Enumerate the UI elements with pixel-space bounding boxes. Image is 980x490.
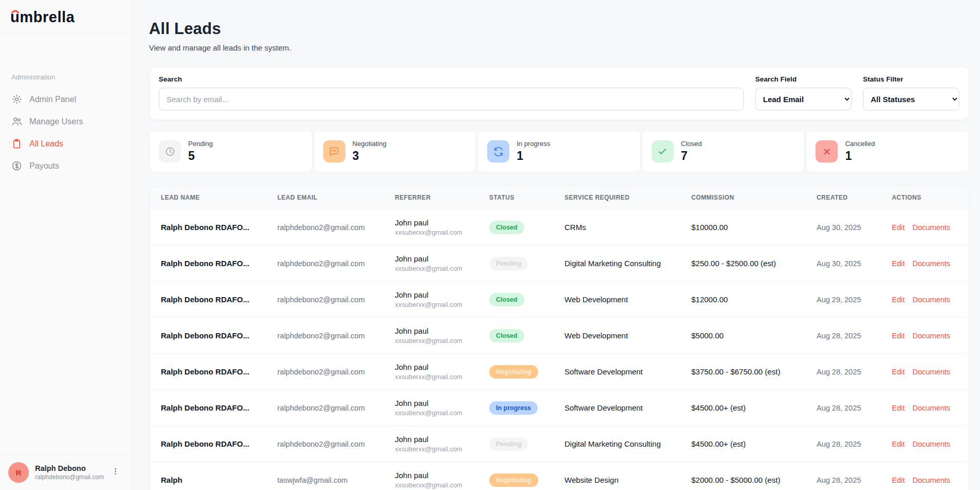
user-email: ralphdebono@gmail.com	[35, 473, 102, 481]
service-required: Software Development	[564, 403, 691, 412]
gear-icon	[11, 94, 22, 105]
documents-link[interactable]: Documents	[912, 223, 950, 232]
documents-link[interactable]: Documents	[912, 332, 950, 340]
created-date: Aug 29, 2025	[817, 296, 892, 304]
referrer-cell: John paul xxsuberxx@gmail.com	[395, 435, 489, 453]
lead-email: ralphdebono2@gmail.com	[277, 223, 395, 232]
table-row: Ralph Debono RDAFO... ralphdebono2@gmail…	[150, 281, 969, 317]
edit-link[interactable]: Edit	[892, 404, 905, 412]
clipboard-icon	[11, 138, 22, 149]
stat-label: Cancelled	[845, 140, 875, 148]
lead-email: ralphdebono2@gmail.com	[277, 332, 395, 340]
sidebar-item-admin-panel[interactable]: Admin Panel	[0, 88, 131, 110]
status-filter-group: Status Filter All Statuses	[863, 75, 959, 110]
search-group: Search	[159, 75, 744, 110]
referrer-name: John paul	[395, 254, 483, 263]
edit-link[interactable]: Edit	[892, 368, 905, 376]
sidebar-user-card[interactable]: R Ralph Debono ralphdebono@gmail.com	[0, 454, 131, 490]
documents-link[interactable]: Documents	[912, 440, 950, 448]
search-field-group: Search Field Lead Email	[755, 75, 852, 110]
referrer-cell: John paul xxsuberxx@gmail.com	[395, 471, 489, 489]
column-header-referrer: REFERRER	[395, 194, 489, 201]
table-row: Ralph Debono RDAFO... ralphdebono2@gmail…	[150, 317, 969, 353]
search-field-label: Search Field	[755, 75, 852, 83]
table-row: Ralph Debono RDAFO... ralphdebono2@gmail…	[150, 389, 969, 426]
referrer-name: John paul	[395, 435, 483, 444]
edit-link[interactable]: Edit	[892, 476, 905, 484]
referrer-cell: John paul xxsuberxx@gmail.com	[395, 254, 489, 272]
edit-link[interactable]: Edit	[892, 223, 905, 232]
status-badge: Closed	[489, 293, 524, 306]
status-cell: Closed	[489, 329, 564, 342]
status-cell: Negotiating	[489, 365, 564, 379]
service-required: CRMs	[564, 223, 691, 232]
sidebar-item-label: Manage Users	[29, 117, 83, 126]
status-filter-select[interactable]: All Statuses	[863, 88, 959, 110]
documents-link[interactable]: Documents	[912, 404, 950, 412]
edit-link[interactable]: Edit	[892, 259, 905, 268]
referrer-name: John paul	[395, 471, 483, 480]
lead-name: Ralph Debono RDAFO...	[161, 259, 277, 268]
created-date: Aug 28, 2025	[817, 368, 892, 376]
commission: $2000.00 - $5000.00 (est)	[691, 476, 817, 484]
lead-email: ralphdebono2@gmail.com	[277, 440, 395, 448]
status-cell: Negotiating	[489, 473, 564, 487]
status-summary-row: Pending 5 Negotiating 3 In progress 1	[149, 130, 969, 172]
column-header-created: CREATED	[817, 194, 892, 201]
commission: $4500.00+ (est)	[691, 439, 817, 448]
table-row: Ralph Debono RDAFO... ralphdebono2@gmail…	[150, 209, 969, 245]
status-badge: Pending	[489, 257, 528, 270]
service-required: Web Development	[564, 295, 691, 304]
search-input[interactable]	[159, 88, 744, 110]
referrer-email: xxsuberxx@gmail.com	[395, 301, 483, 308]
lead-name: Ralph Debono RDAFO...	[161, 295, 277, 304]
commission: $12000.00	[691, 295, 817, 304]
status-badge: Pending	[489, 437, 528, 451]
edit-link[interactable]: Edit	[892, 296, 905, 304]
status-badge: Negotiating	[489, 365, 538, 379]
brand-logo[interactable]: umbrella	[0, 0, 131, 34]
column-header-lead-name: LEAD NAME	[161, 194, 277, 201]
search-field-select[interactable]: Lead Email	[755, 88, 852, 110]
stat-card-closed: Closed 7	[642, 130, 805, 172]
created-date: Aug 30, 2025	[817, 259, 892, 268]
referrer-name: John paul	[395, 399, 483, 407]
status-badge: In progress	[489, 401, 538, 415]
kebab-menu-icon[interactable]	[108, 465, 123, 480]
dollar-circle-icon	[11, 160, 22, 171]
referrer-cell: John paul xxsuberxx@gmail.com	[395, 326, 489, 345]
documents-link[interactable]: Documents	[912, 296, 950, 304]
table-row: Ralph taswjwfa@gmail.com John paul xxsub…	[150, 462, 969, 490]
commission: $250.00 - $2500.00 (est)	[691, 259, 817, 268]
column-header-service-required: SERVICE REQUIRED	[564, 194, 691, 201]
referrer-name: John paul	[395, 363, 483, 371]
actions-cell: Edit Documents	[892, 404, 957, 412]
service-required: Digital Marketing Consulting	[564, 259, 691, 268]
table-header-row: LEAD NAME LEAD EMAIL REFERRER STATUS SER…	[150, 186, 969, 209]
actions-cell: Edit Documents	[892, 440, 957, 448]
sidebar-item-label: Admin Panel	[29, 95, 76, 104]
check-icon	[652, 140, 674, 162]
edit-link[interactable]: Edit	[892, 440, 905, 448]
documents-link[interactable]: Documents	[912, 259, 950, 268]
status-cell: Closed	[489, 221, 564, 234]
table-row: Ralph Debono RDAFO... ralphdebono2@gmail…	[150, 245, 969, 281]
referrer-name: John paul	[395, 290, 483, 299]
sidebar-item-all-leads[interactable]: All Leads	[0, 133, 131, 155]
documents-link[interactable]: Documents	[912, 476, 950, 484]
edit-link[interactable]: Edit	[892, 332, 905, 340]
sidebar-item-manage-users[interactable]: Manage Users	[0, 110, 131, 133]
actions-cell: Edit Documents	[892, 476, 957, 484]
nav-section-label: Administration	[0, 73, 131, 88]
service-required: Digital Marketing Consulting	[564, 439, 691, 448]
lead-email: ralphdebono2@gmail.com	[277, 296, 395, 304]
service-required: Website Design	[564, 476, 691, 484]
stat-card-in-progress: In progress 1	[477, 130, 641, 172]
column-header-lead-email: LEAD EMAIL	[277, 194, 395, 201]
service-required: Software Development	[564, 367, 691, 376]
sidebar-item-payouts[interactable]: Payouts	[0, 155, 131, 177]
status-filter-label: Status Filter	[863, 75, 959, 83]
commission: $5000.00	[691, 331, 817, 340]
documents-link[interactable]: Documents	[912, 368, 950, 376]
lead-name: Ralph Debono RDAFO...	[161, 223, 277, 232]
